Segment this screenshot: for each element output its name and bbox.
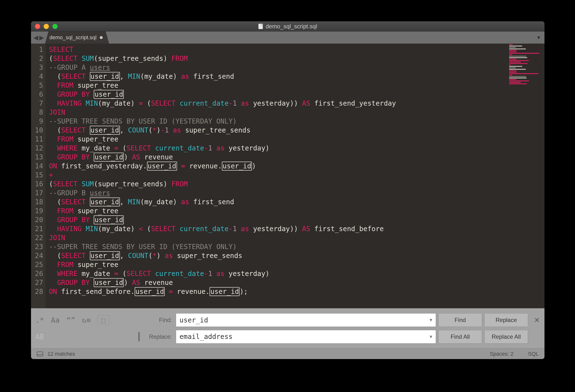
code-line[interactable]: SELECT [49,45,545,54]
console-toggle-icon[interactable] [37,352,43,356]
whole-word-toggle[interactable]: “” [66,316,75,324]
code-line[interactable]: JOIN [49,108,545,117]
line-number: 3 [31,63,43,72]
replace-all-button[interactable]: Replace All [484,330,528,343]
status-syntax[interactable]: SQL [528,351,539,357]
line-number: 8 [31,108,43,117]
line-number: 26 [31,269,43,278]
replace-input[interactable] [176,330,436,343]
case-sensitive-toggle[interactable]: Aa [51,316,60,324]
find-label: Find: [142,317,173,323]
code-line[interactable]: WHERE my_date = (SELECT current_date-1 a… [49,269,545,278]
minimap[interactable] [508,44,545,82]
code-line[interactable]: (SELECT SUM(super_tree_sends) FROM [49,54,545,63]
tab-overflow-menu[interactable]: ▼ [536,31,541,44]
line-number-gutter: 1234567891011121314151617181920212223242… [31,44,46,308]
code-line[interactable]: + [49,171,545,179]
code-line[interactable]: --SUPER TREE SENDS BY USER ID (YESTERDAY… [49,242,545,251]
code-line[interactable]: --GROUP B users [49,189,545,197]
line-number: 4 [31,72,43,81]
tab-bar: ◀ ▶ demo_sql_script.sql ▼ [31,31,545,44]
code-line[interactable]: GROUP BY user_id) AS revenue [49,153,545,162]
highlight-matches-toggle[interactable] [139,332,140,341]
line-number: 23 [31,242,43,251]
code-content[interactable]: SELECT(SELECT SUM(super_tree_sends) FROM… [46,44,545,308]
replace-options-row: AB [35,332,140,341]
line-number: 5 [31,81,43,90]
code-line[interactable]: (SELECT SUM(super_tree_sends) FROM [49,179,545,189]
tab-active[interactable]: demo_sql_script.sql [45,31,109,44]
line-number: 28 [31,287,43,296]
minimize-window-button[interactable] [44,24,49,29]
line-number: 22 [31,233,43,242]
find-field-wrap: ▼ [176,313,436,327]
find-button[interactable]: Find [438,313,482,327]
line-number: 18 [31,197,43,206]
line-number: 14 [31,162,43,171]
window-title: demo_sql_script.sql [31,23,545,30]
code-line[interactable]: (SELECT user_id, MIN(my_date) as first_s… [49,197,545,206]
code-line[interactable]: ON first_send_before.user_id = revenue.u… [49,287,545,296]
nav-forward-icon[interactable]: ▶ [39,34,44,41]
line-number: 2 [31,54,43,63]
line-number: 25 [31,260,43,269]
line-number: 6 [31,90,43,99]
code-line[interactable]: WHERE my_date = (SELECT current_date-1 a… [49,144,545,153]
in-selection-toggle[interactable]: ⬚ [98,315,109,325]
find-all-button[interactable]: Find All [438,330,482,343]
traffic-lights [35,24,58,29]
line-number: 17 [31,189,43,197]
code-line[interactable]: GROUP BY user_id [49,215,545,224]
code-line[interactable]: FROM super_tree [49,206,545,215]
nav-back-icon[interactable]: ◀ [33,34,38,41]
preserve-case-toggle[interactable]: AB [35,332,44,341]
find-input[interactable] [176,313,436,327]
line-number: 12 [31,144,43,153]
code-line[interactable]: --SUPER TREE SENDS BY USER ID (YESTERDAY… [49,117,545,126]
wrap-toggle[interactable]: ↻≡ [82,316,91,324]
replace-button[interactable]: Replace [484,313,528,327]
status-indent[interactable]: Spaces: 2 [490,351,513,357]
code-line[interactable]: --GROUP A users [49,63,545,72]
code-line[interactable]: HAVING MIN(my_date) < (SELECT current_da… [49,224,545,233]
line-number: 20 [31,215,43,224]
line-number: 11 [31,135,43,144]
find-replace-panel: .* Aa “” ↻≡ ⬚ Find: ▼ Find Replace ✕ AB … [31,308,545,348]
titlebar: demo_sql_script.sql [31,21,545,31]
code-line[interactable]: GROUP BY user_id [49,90,545,99]
code-line[interactable]: FROM super_tree [49,81,545,90]
code-line[interactable]: JOIN [49,233,545,242]
tab-dirty-indicator [100,36,103,39]
line-number: 24 [31,251,43,260]
line-number: 27 [31,278,43,287]
find-options-row: .* Aa “” ↻≡ ⬚ [35,315,140,325]
document-icon [259,24,263,29]
line-number: 15 [31,171,43,179]
status-matches: 12 matches [48,351,75,357]
editor-area: 1234567891011121314151617181920212223242… [31,44,545,308]
tab-label: demo_sql_script.sql [49,34,96,41]
status-bar: 12 matches Spaces: 2 SQL [31,348,545,359]
regex-toggle[interactable]: .* [35,316,44,324]
window-title-text: demo_sql_script.sql [266,23,317,30]
line-number: 9 [31,117,43,126]
code-line[interactable]: GROUP BY user_id) AS revenue [49,278,545,287]
line-number: 10 [31,126,43,135]
code-line[interactable]: ON first_send_yesterday.user_id = revenu… [49,162,545,171]
code-line[interactable]: (SELECT user_id, MIN(my_date) as first_s… [49,72,545,81]
code-line[interactable]: FROM super_tree [49,135,545,144]
line-number: 19 [31,206,43,215]
editor-window: demo_sql_script.sql ◀ ▶ demo_sql_script.… [31,21,545,359]
code-line[interactable]: HAVING MIN(my_date) = (SELECT current_da… [49,99,545,108]
line-number: 13 [31,153,43,162]
replace-label: Replace: [142,333,173,340]
code-line[interactable]: (SELECT user_id, COUNT(*) as super_tree_… [49,251,545,260]
code-line[interactable]: (SELECT user_id, COUNT(*)-1 as super_tre… [49,126,545,135]
line-number: 7 [31,99,43,108]
zoom-window-button[interactable] [52,24,58,29]
close-panel-button[interactable]: ✕ [530,316,543,324]
tab-history-nav: ◀ ▶ [31,31,47,44]
code-line[interactable]: FROM super_tree [49,260,545,269]
close-window-button[interactable] [35,24,40,29]
replace-field-wrap: ▼ [176,330,436,343]
